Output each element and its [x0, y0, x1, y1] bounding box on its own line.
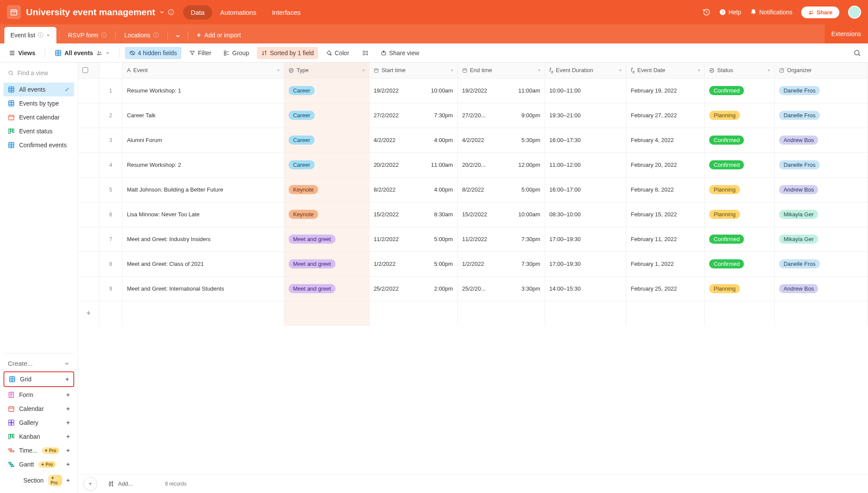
- cell-event-date[interactable]: February 8, 2022: [626, 177, 705, 202]
- create-view-grid[interactable]: Grid+: [3, 371, 74, 387]
- cell-status[interactable]: Confirmed: [705, 152, 775, 177]
- find-view-search[interactable]: Find a view: [3, 66, 74, 80]
- column-header-event[interactable]: AEvent▾: [122, 63, 284, 78]
- cell-event[interactable]: Alumni Forum: [122, 128, 284, 152]
- plus-icon[interactable]: +: [66, 447, 70, 454]
- cell-event-date[interactable]: February 1, 2022: [626, 251, 705, 276]
- plus-icon[interactable]: +: [66, 433, 70, 440]
- row-checkbox[interactable]: [78, 177, 99, 202]
- column-header-type[interactable]: Type▾: [284, 63, 369, 78]
- hidden-fields-button[interactable]: 4 hidden fields: [125, 47, 181, 59]
- cell-type[interactable]: Career: [284, 128, 369, 152]
- cell-event-date[interactable]: February 20, 2022: [626, 152, 705, 177]
- base-icon[interactable]: 7: [7, 5, 21, 19]
- column-header-status[interactable]: Status▾: [705, 63, 775, 78]
- cell-organizer[interactable]: Danelle Fros: [775, 103, 868, 128]
- plus-icon[interactable]: +: [66, 376, 69, 383]
- share-button[interactable]: Share: [801, 7, 839, 18]
- tab-data[interactable]: Data: [183, 5, 213, 20]
- cell-end-time[interactable]: 15/2/202210:00am: [457, 202, 545, 227]
- cell-event[interactable]: Career Talk: [122, 103, 284, 128]
- base-title[interactable]: University event management: [26, 7, 155, 17]
- table-row[interactable]: 2 Career Talk Career 27/2/20227:30pm 27/…: [78, 103, 868, 128]
- row-checkbox[interactable]: [78, 227, 99, 251]
- row-checkbox[interactable]: [78, 251, 99, 276]
- plus-icon[interactable]: +: [66, 477, 70, 484]
- current-view-selector[interactable]: All events: [50, 47, 114, 59]
- cell-status[interactable]: Confirmed: [705, 128, 775, 152]
- cell-organizer[interactable]: Mikayla Ger: [775, 227, 868, 251]
- cell-end-time[interactable]: 11/2/20227:30pm: [457, 227, 545, 251]
- column-header-end[interactable]: End time▾: [457, 63, 545, 78]
- cell-duration[interactable]: 16:00–17:30: [545, 128, 626, 152]
- row-checkbox[interactable]: [78, 152, 99, 177]
- cell-start-time[interactable]: 1/2/20225:00pm: [369, 251, 457, 276]
- cell-status[interactable]: Confirmed: [705, 227, 775, 251]
- cell-duration[interactable]: 17:00–19:30: [545, 227, 626, 251]
- sidebar-view-confirmed-events[interactable]: Confirmed events: [3, 138, 74, 152]
- cell-status[interactable]: Confirmed: [705, 251, 775, 276]
- create-view-kanban[interactable]: Kanban+: [3, 430, 74, 443]
- cell-status[interactable]: Planning: [705, 177, 775, 202]
- row-checkbox[interactable]: [78, 276, 99, 301]
- table-row[interactable]: 9 Meet and Greet: International Students…: [78, 276, 868, 301]
- create-section-header[interactable]: Create...: [3, 354, 74, 371]
- create-view-gantt[interactable]: Gantt✦ Pro+: [3, 457, 74, 471]
- cell-duration[interactable]: 10:00–11:00: [545, 78, 626, 103]
- cell-duration[interactable]: 14:00–15:30: [545, 276, 626, 301]
- tab-automations[interactable]: Automations: [212, 5, 264, 20]
- table-tab-rsvp-form[interactable]: RSVP form ⓘ: [62, 27, 113, 43]
- create-view-gallery[interactable]: Gallery+: [3, 416, 74, 430]
- table-row[interactable]: 1 Resume Workshop: 1 Career 19/2/202210:…: [78, 78, 868, 103]
- select-all-checkbox[interactable]: [78, 63, 99, 78]
- row-checkbox[interactable]: [78, 202, 99, 227]
- plus-icon[interactable]: +: [66, 461, 70, 468]
- column-header-duration[interactable]: fxEvent Duration▾: [545, 63, 626, 78]
- cell-event[interactable]: Matt Johnson: Building a Better Future: [122, 177, 284, 202]
- cell-status[interactable]: Planning: [705, 202, 775, 227]
- cell-organizer[interactable]: Andrew Bos: [775, 276, 868, 301]
- sidebar-view-event-status[interactable]: Event status: [3, 124, 74, 138]
- sidebar-view-all-events[interactable]: All events✓: [3, 83, 74, 96]
- cell-duration[interactable]: 11:00–12:00: [545, 152, 626, 177]
- cell-type[interactable]: Career: [284, 103, 369, 128]
- create-view-form[interactable]: Form+: [3, 388, 74, 402]
- cell-event-date[interactable]: February 15, 2022: [626, 202, 705, 227]
- group-button[interactable]: Group: [219, 47, 253, 59]
- add-record-button[interactable]: +: [83, 477, 97, 491]
- cell-organizer[interactable]: Andrew Bos: [775, 128, 868, 152]
- cell-event-date[interactable]: February 19, 2022: [626, 78, 705, 103]
- cell-type[interactable]: Meet and greet: [284, 227, 369, 251]
- views-button[interactable]: Views: [4, 47, 39, 59]
- cell-end-time[interactable]: 1/2/20227:30pm: [457, 251, 545, 276]
- cell-event-date[interactable]: February 27, 2022: [626, 103, 705, 128]
- row-checkbox[interactable]: [78, 78, 99, 103]
- plus-icon[interactable]: +: [66, 419, 70, 426]
- cell-start-time[interactable]: 11/2/20225:00pm: [369, 227, 457, 251]
- cell-start-time[interactable]: 19/2/202210:00am: [369, 78, 457, 103]
- cell-end-time[interactable]: 4/2/20225:30pm: [457, 128, 545, 152]
- cell-start-time[interactable]: 8/2/20224:00pm: [369, 177, 457, 202]
- cell-start-time[interactable]: 25/2/20222:00pm: [369, 276, 457, 301]
- cell-end-time[interactable]: 27/2/20...9:00pm: [457, 103, 545, 128]
- cell-duration[interactable]: 16:00–17:00: [545, 177, 626, 202]
- user-avatar[interactable]: [848, 6, 861, 19]
- column-header-start[interactable]: Start time▾: [369, 63, 457, 78]
- cell-duration[interactable]: 08:30–10:00: [545, 202, 626, 227]
- tables-dropdown-icon[interactable]: [171, 33, 185, 43]
- table-row[interactable]: 3 Alumni Forum Career 4/2/20224:00pm 4/2…: [78, 128, 868, 152]
- cell-organizer[interactable]: Mikayla Ger: [775, 202, 868, 227]
- help-button[interactable]: ? Help: [719, 9, 741, 16]
- cell-start-time[interactable]: 15/2/20228:30am: [369, 202, 457, 227]
- cell-start-time[interactable]: 4/2/20224:00pm: [369, 128, 457, 152]
- sort-button[interactable]: Sorted by 1 field: [257, 47, 318, 59]
- history-icon[interactable]: [703, 8, 710, 16]
- table-row[interactable]: 6 Lisa Minnow: Never Too Late Keynote 15…: [78, 202, 868, 227]
- cell-event[interactable]: Resume Workshop: 1: [122, 78, 284, 103]
- search-icon[interactable]: [853, 49, 861, 57]
- cell-event-date[interactable]: February 25, 2022: [626, 276, 705, 301]
- notifications-button[interactable]: Notifications: [750, 9, 792, 16]
- table-row[interactable]: 5 Matt Johnson: Building a Better Future…: [78, 177, 868, 202]
- cell-status[interactable]: Planning: [705, 103, 775, 128]
- table-tab-event-list[interactable]: Event list ⓘ: [4, 27, 56, 43]
